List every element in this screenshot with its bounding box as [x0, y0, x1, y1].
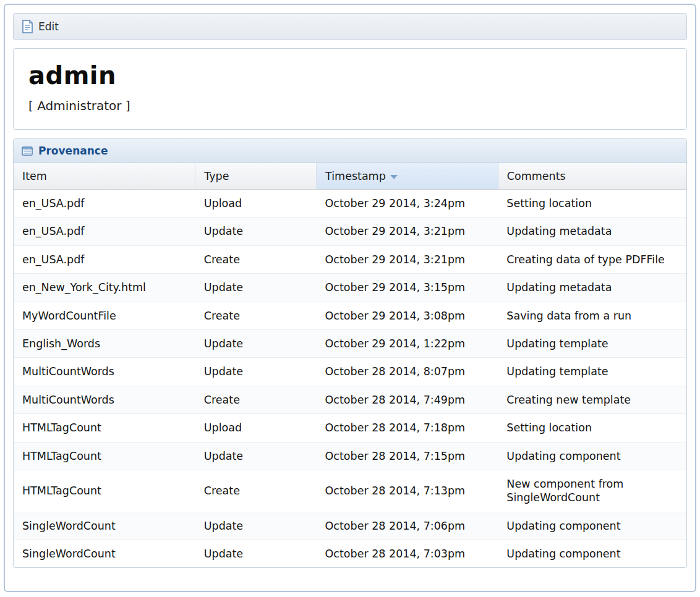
cell-timestamp: October 28 2014, 7:03pm — [317, 540, 498, 568]
provenance-header: Provenance — [14, 139, 686, 163]
cell-item: MultiCountWords — [14, 358, 195, 386]
cell-type: Create — [195, 302, 317, 329]
cell-timestamp: October 28 2014, 7:06pm — [317, 512, 498, 540]
cell-comments: Updating template — [498, 329, 686, 357]
table-icon — [22, 146, 33, 156]
table-row[interactable]: MyWordCountFile Create October 29 2014, … — [14, 302, 686, 329]
cell-type: Create — [195, 470, 317, 512]
cell-type: Update — [195, 274, 317, 302]
provenance-table: Item Type Timestamp Comments en_USA.pdf … — [14, 163, 686, 567]
provenance-panel: Provenance Item Type Timestamp Comments … — [13, 138, 687, 568]
cell-item: MyWordCountFile — [14, 302, 195, 329]
cell-type: Create — [195, 386, 317, 413]
cell-type: Update — [195, 218, 317, 245]
document-edit-icon — [22, 20, 33, 33]
cell-item: SingleWordCount — [14, 540, 195, 568]
cell-comments: Creating new template — [498, 386, 686, 413]
table-row[interactable]: MultiCountWords Create October 28 2014, … — [14, 386, 686, 413]
user-panel: admin [ Administrator ] — [13, 48, 687, 130]
cell-comments: Updating template — [498, 358, 686, 386]
cell-comments: Updating component — [498, 442, 686, 470]
cell-comments: Updating component — [498, 540, 686, 568]
cell-item: HTMLTagCount — [14, 470, 195, 512]
edit-toolbar: Edit — [13, 13, 687, 40]
cell-timestamp: October 28 2014, 7:49pm — [317, 386, 498, 413]
edit-button-label: Edit — [38, 20, 59, 33]
table-row[interactable]: HTMLTagCount Upload October 28 2014, 7:1… — [14, 414, 686, 442]
column-header-item[interactable]: Item — [14, 163, 195, 190]
cell-timestamp: October 29 2014, 3:21pm — [317, 218, 498, 245]
provenance-title: Provenance — [38, 145, 108, 157]
cell-item: MultiCountWords — [14, 386, 195, 413]
table-row[interactable]: en_USA.pdf Update October 29 2014, 3:21p… — [14, 218, 686, 245]
cell-timestamp: October 28 2014, 7:15pm — [317, 442, 498, 470]
cell-type: Update — [195, 540, 317, 568]
cell-item: English_Words — [14, 329, 195, 357]
table-row[interactable]: SingleWordCount Update October 28 2014, … — [14, 540, 686, 568]
table-row[interactable]: MultiCountWords Update October 28 2014, … — [14, 358, 686, 386]
table-row[interactable]: HTMLTagCount Create October 28 2014, 7:1… — [14, 470, 686, 512]
column-header-type[interactable]: Type — [195, 163, 317, 190]
cell-type: Create — [195, 245, 317, 273]
cell-item: en_New_York_City.html — [14, 274, 195, 302]
cell-timestamp: October 28 2014, 7:13pm — [317, 470, 498, 512]
table-row[interactable]: en_USA.pdf Create October 29 2014, 3:21p… — [14, 245, 686, 273]
table-row[interactable]: HTMLTagCount Update October 28 2014, 7:1… — [14, 442, 686, 470]
cell-comments: Saving data from a run — [498, 302, 686, 329]
cell-type: Update — [195, 329, 317, 357]
user-name: admin — [28, 61, 672, 90]
cell-item: en_USA.pdf — [14, 218, 195, 245]
user-role: [ Administrator ] — [28, 98, 672, 113]
page-frame: Edit admin [ Administrator ] Provenance — [4, 4, 696, 592]
cell-timestamp: October 29 2014, 3:08pm — [317, 302, 498, 329]
cell-comments: Updating component — [498, 512, 686, 540]
cell-type: Update — [195, 442, 317, 470]
cell-comments: New component from SingleWordCount — [498, 470, 686, 512]
cell-comments: Setting location — [498, 414, 686, 442]
cell-type: Update — [195, 512, 317, 540]
cell-comments: Creating data of type PDFFile — [498, 245, 686, 273]
cell-timestamp: October 29 2014, 3:15pm — [317, 274, 498, 302]
column-header-comments[interactable]: Comments — [498, 163, 686, 190]
column-header-timestamp-label: Timestamp — [325, 170, 386, 182]
column-header-timestamp[interactable]: Timestamp — [317, 163, 498, 190]
cell-type: Update — [195, 358, 317, 386]
cell-type: Upload — [195, 414, 317, 442]
provenance-table-body: en_USA.pdf Upload October 29 2014, 3:24p… — [14, 190, 686, 568]
table-row[interactable]: English_Words Update October 29 2014, 1:… — [14, 329, 686, 357]
sort-descending-icon — [390, 175, 398, 179]
cell-item: SingleWordCount — [14, 512, 195, 540]
cell-comments: Updating metadata — [498, 218, 686, 245]
cell-timestamp: October 29 2014, 3:21pm — [317, 245, 498, 273]
cell-timestamp: October 28 2014, 8:07pm — [317, 358, 498, 386]
cell-item: HTMLTagCount — [14, 442, 195, 470]
cell-item: en_USA.pdf — [14, 190, 195, 218]
table-row[interactable]: en_New_York_City.html Update October 29 … — [14, 274, 686, 302]
cell-comments: Updating metadata — [498, 274, 686, 302]
cell-item: HTMLTagCount — [14, 414, 195, 442]
cell-timestamp: October 29 2014, 3:24pm — [317, 190, 498, 218]
cell-type: Upload — [195, 190, 317, 218]
cell-timestamp: October 29 2014, 1:22pm — [317, 329, 498, 357]
cell-comments: Setting location — [498, 190, 686, 218]
cell-item: en_USA.pdf — [14, 245, 195, 273]
cell-timestamp: October 28 2014, 7:18pm — [317, 414, 498, 442]
edit-button[interactable]: Edit — [22, 20, 59, 33]
table-row[interactable]: en_USA.pdf Upload October 29 2014, 3:24p… — [14, 190, 686, 218]
table-header-row: Item Type Timestamp Comments — [14, 163, 686, 190]
table-row[interactable]: SingleWordCount Update October 28 2014, … — [14, 512, 686, 540]
